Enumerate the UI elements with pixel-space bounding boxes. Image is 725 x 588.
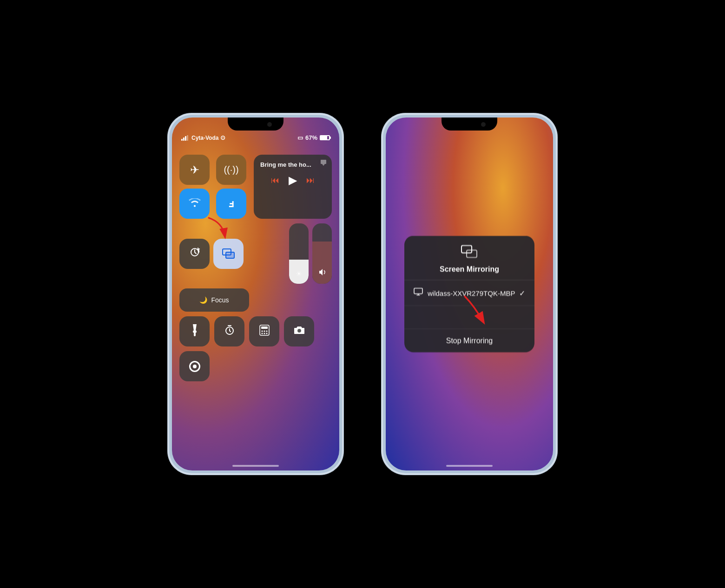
home-indicator-2 [446,465,493,467]
svg-point-13 [264,333,265,334]
status-left: Cyta-Voda ⊙ [181,134,225,141]
home-indicator-1 [232,465,279,467]
stop-mirroring-button[interactable]: Stop Mirroring [404,329,534,353]
phone-2: Screen Mirroring wildass-XXVR279TQK-MBP … [381,113,558,475]
cc-tools-row [179,316,332,346]
cc-second-row: ☀ [179,223,332,284]
svg-point-9 [261,330,263,332]
phone-2-background: Screen Mirroring wildass-XXVR279TQK-MBP … [386,118,553,470]
phone-2-screen: Screen Mirroring wildass-XXVR279TQK-MBP … [386,118,553,470]
record-dot [193,365,197,368]
volume-slider[interactable] [312,223,332,284]
calculator-icon [259,325,270,339]
checkmark-icon: ✓ [519,288,525,297]
music-controls: ⏮ ▶ ⏭ [260,174,325,187]
wifi-icon [189,197,201,210]
brightness-icon: ☀ [296,269,302,278]
mirroring-title: Screen Mirroring [440,265,499,274]
cc-top-row: ✈ ((·)) [179,155,332,219]
svg-rect-19 [414,288,422,294]
svg-rect-8 [261,327,268,329]
wifi-button[interactable] [179,189,210,219]
mirroring-icon [461,245,478,261]
flashlight-button[interactable] [179,316,210,346]
battery-percent: 67% [305,134,317,141]
focus-label: Focus [211,296,229,304]
music-card[interactable]: Bring me the ho... ⏮ ▶ ⏭ [254,155,332,219]
focus-button[interactable]: 🌙 Focus [179,288,249,312]
screen-mirror-button[interactable] [213,239,244,269]
camera-icon [294,326,305,338]
cellular-button[interactable]: ((·)) [216,155,246,185]
notch-2 [442,118,497,131]
wifi-status-icon: ⊙ [220,134,225,141]
screen-record-button[interactable] [179,351,210,381]
cc-focus-row: 🌙 Focus [179,288,332,312]
phone-1: Cyta-Voda ⊙ ▭ 67% [167,113,344,475]
svg-point-12 [261,333,263,334]
empty-row [404,306,534,329]
airplane-mode-button[interactable]: ✈ [179,155,210,185]
timer-icon [224,325,235,339]
bluetooth-button[interactable]: ⅎ [216,189,246,219]
svg-point-16 [298,329,300,332]
phone-1-background: Cyta-Voda ⊙ ▭ 67% [172,118,339,470]
rotation-lock-button[interactable] [179,239,210,269]
next-track-button[interactable]: ⏭ [306,176,315,185]
carrier-text: Cyta-Voda [191,135,218,141]
stop-mirroring-label: Stop Mirroring [446,337,493,345]
calculator-button[interactable] [249,316,279,346]
battery-icon [320,135,330,140]
brightness-slider[interactable]: ☀ [289,223,309,284]
music-title: Bring me the ho... [260,161,325,168]
screen-mirroring-icon: ▭ [297,134,303,141]
screen-mirror-wrapper [213,239,244,269]
cc-sliders: ☀ [289,223,332,284]
camera-button[interactable] [284,316,314,346]
control-center-panel: ✈ ((·)) [179,155,332,381]
flashlight-icon [191,324,199,339]
mirroring-header: Screen Mirroring [404,236,534,281]
device-name-text: wildass-XXVR279TQK-MBP [428,289,519,297]
svg-rect-2 [226,252,234,258]
prev-track-button[interactable]: ⏮ [271,176,279,185]
svg-rect-5 [194,333,196,336]
phone-1-screen: Cyta-Voda ⊙ ▭ 67% [172,118,339,470]
airplane-icon: ✈ [190,163,199,176]
status-right: ▭ 67% [297,134,330,141]
notch-1 [228,118,283,131]
volume-icon [318,268,326,278]
rotation-lock-icon [189,247,200,261]
play-button[interactable]: ▶ [289,174,297,187]
cc-second-row-left [179,223,244,284]
signal-bars [181,135,188,141]
svg-point-11 [266,330,267,332]
device-row[interactable]: wildass-XXVR279TQK-MBP ✓ [404,281,534,306]
monitor-icon [414,288,423,298]
record-inner [189,361,200,372]
svg-point-14 [266,333,267,334]
status-bar-1: Cyta-Voda ⊙ ▭ 67% [181,134,330,141]
cc-record-row [179,351,332,381]
cc-connectivity-grid: ✈ ((·)) [179,155,249,219]
cellular-icon: ((·)) [224,164,238,175]
bluetooth-icon: ⅎ [229,198,234,210]
moon-icon: 🌙 [199,296,207,304]
timer-button[interactable] [214,316,244,346]
screen-mirroring-popup[interactable]: Screen Mirroring wildass-XXVR279TQK-MBP … [404,236,534,353]
svg-point-10 [264,330,265,332]
airplay-icon[interactable] [320,159,327,169]
